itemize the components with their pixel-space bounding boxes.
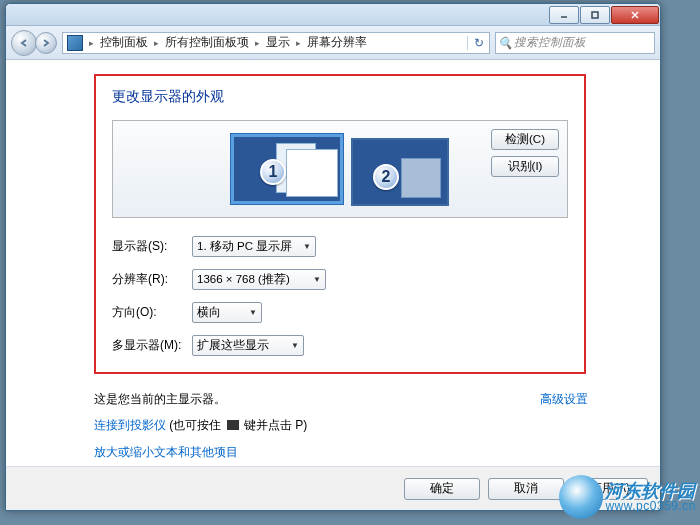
monitor-preview[interactable]: 1 2 检测(C) 识别(I) [112, 120, 568, 218]
highlighted-region: 更改显示器的外观 1 2 [94, 74, 586, 374]
breadcrumb-segment[interactable]: 显示 [262, 35, 294, 50]
search-placeholder: 搜索控制面板 [514, 35, 586, 50]
chevron-down-icon: ▼ [249, 308, 257, 317]
monitor-number: 2 [373, 164, 399, 190]
nav-buttons [11, 30, 57, 56]
primary-monitor-note: 这是您当前的主显示器。 高级设置 [94, 386, 630, 412]
display-label: 显示器(S): [112, 238, 192, 255]
resolution-select[interactable]: 1366 × 768 (推荐)▼ [192, 269, 326, 290]
titlebar [6, 4, 660, 26]
detect-button[interactable]: 检测(C) [491, 129, 559, 150]
search-input[interactable]: 🔍 搜索控制面板 [495, 32, 655, 54]
breadcrumb[interactable]: ▸ 控制面板 ▸ 所有控制面板项 ▸ 显示 ▸ 屏幕分辨率 ↻ [62, 32, 490, 54]
identify-button[interactable]: 识别(I) [491, 156, 559, 177]
orientation-select[interactable]: 横向▼ [192, 302, 262, 323]
chevron-right-icon: ▸ [87, 38, 96, 48]
display-select[interactable]: 1. 移动 PC 显示屏▼ [192, 236, 316, 257]
chevron-right-icon: ▸ [294, 38, 303, 48]
monitor-1[interactable]: 1 [231, 134, 343, 204]
window: ▸ 控制面板 ▸ 所有控制面板项 ▸ 显示 ▸ 屏幕分辨率 ↻ 🔍 搜索控制面板… [5, 3, 661, 511]
monitor-2[interactable]: 2 [351, 132, 449, 206]
chevron-right-icon: ▸ [253, 38, 262, 48]
content: 更改显示器的外观 1 2 [6, 60, 660, 466]
back-button[interactable] [11, 30, 37, 56]
dialog-footer: 确定 取消 应用(A) [6, 466, 660, 510]
page-title: 更改显示器的外观 [112, 88, 568, 106]
apply-button[interactable]: 应用(A) [572, 478, 648, 500]
orientation-label: 方向(O): [112, 304, 192, 321]
forward-button[interactable] [35, 32, 57, 54]
multi-display-label: 多显示器(M): [112, 337, 192, 354]
advanced-settings-link[interactable]: 高级设置 [540, 386, 630, 412]
projector-link-row: 连接到投影仪 (也可按住 键并点击 P) [94, 412, 630, 438]
search-icon: 🔍 [496, 36, 514, 50]
maximize-button[interactable] [580, 6, 610, 24]
breadcrumb-segment[interactable]: 屏幕分辨率 [303, 35, 371, 50]
chevron-down-icon: ▼ [313, 275, 321, 284]
svg-rect-1 [592, 12, 598, 18]
breadcrumb-segment[interactable]: 控制面板 [96, 35, 152, 50]
breadcrumb-segment[interactable]: 所有控制面板项 [161, 35, 253, 50]
refresh-button[interactable]: ↻ [467, 36, 489, 50]
resolution-label: 分辨率(R): [112, 271, 192, 288]
minimize-button[interactable] [549, 6, 579, 24]
cancel-button[interactable]: 取消 [488, 478, 564, 500]
control-panel-icon [67, 35, 83, 51]
windows-key-icon [227, 420, 239, 430]
chevron-right-icon: ▸ [152, 38, 161, 48]
text-size-link[interactable]: 放大或缩小文本和其他项目 [94, 445, 238, 459]
close-button[interactable] [611, 6, 659, 24]
monitor-number: 1 [260, 159, 286, 185]
multi-display-select[interactable]: 扩展这些显示▼ [192, 335, 304, 356]
ok-button[interactable]: 确定 [404, 478, 480, 500]
chevron-down-icon: ▼ [291, 341, 299, 350]
settings-form: 显示器(S): 1. 移动 PC 显示屏▼ 分辨率(R): 1366 × 768… [112, 236, 568, 356]
chevron-down-icon: ▼ [303, 242, 311, 251]
address-bar: ▸ 控制面板 ▸ 所有控制面板项 ▸ 显示 ▸ 屏幕分辨率 ↻ 🔍 搜索控制面板 [6, 26, 660, 60]
connect-projector-link[interactable]: 连接到投影仪 [94, 418, 166, 432]
